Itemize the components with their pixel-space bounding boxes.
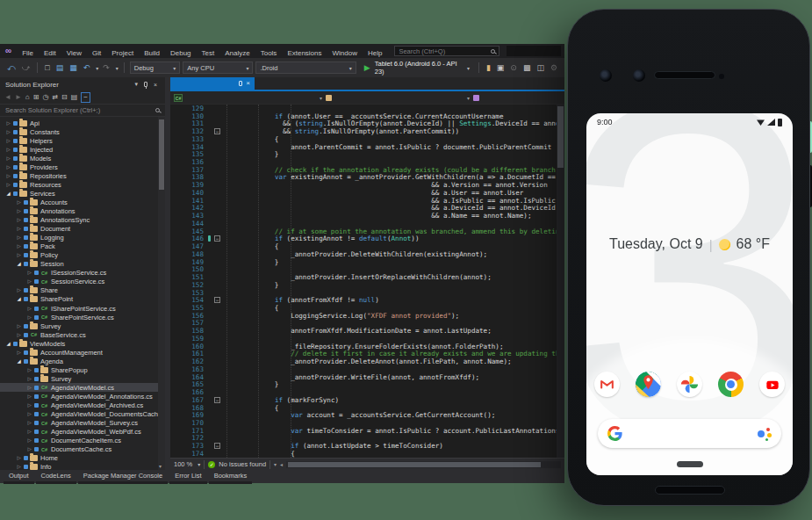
pin-icon[interactable] bbox=[144, 82, 147, 87]
tree-item-documentscache-cs[interactable]: ▷C#DocumentsCache.cs bbox=[0, 445, 165, 454]
chevron-collapsed-icon[interactable]: ▷ bbox=[5, 138, 11, 144]
zoom-tool-icon[interactable]: ⊙ bbox=[508, 61, 519, 74]
youtube-icon[interactable] bbox=[759, 372, 785, 397]
close-icon[interactable]: × bbox=[151, 82, 160, 88]
chevron-collapsed-icon[interactable]: ▷ bbox=[5, 129, 11, 135]
chevron-collapsed-icon[interactable]: ▷ bbox=[16, 323, 22, 329]
tree-item-sharepoint[interactable]: ◢SharePoint bbox=[0, 295, 165, 304]
google-search-bar[interactable] bbox=[598, 419, 781, 448]
chevron-collapsed-icon[interactable]: ▷ bbox=[26, 420, 32, 426]
tree-item-session[interactable]: ◢Session bbox=[0, 260, 165, 269]
startup-project-dropdown[interactable]: .Droid▾ bbox=[255, 61, 356, 74]
google-assistant-icon[interactable] bbox=[758, 427, 772, 441]
menu-item-help[interactable]: Help bbox=[363, 49, 387, 57]
tree-item-repositories[interactable]: ▷Repositories bbox=[0, 171, 165, 180]
chevron-collapsed-icon[interactable]: ▷ bbox=[5, 182, 11, 188]
chevron-expanded-icon[interactable]: ◢ bbox=[16, 261, 22, 267]
tree-item-resources[interactable]: ▷Resources bbox=[0, 180, 165, 189]
start-debugging-button[interactable]: ▶ Tablet 6.0 (Android 6.0 - API 23) ▾ bbox=[359, 61, 473, 74]
navigate-forward-icon[interactable]: ⤻ bbox=[20, 61, 32, 74]
tree-item-helpers[interactable]: ▷Helpers bbox=[0, 136, 165, 145]
menu-item-view[interactable]: View bbox=[61, 49, 87, 57]
tree-item-models[interactable]: ▷Models bbox=[0, 154, 165, 162]
chevron-collapsed-icon[interactable]: ▷ bbox=[16, 235, 22, 241]
at-a-glance-widget[interactable]: Tuesday, Oct 9 | 68 °F bbox=[586, 236, 793, 252]
fold-collapse-icon[interactable]: − bbox=[214, 128, 220, 134]
home-icon[interactable]: ⌂ bbox=[25, 93, 30, 102]
editor-vertical-scrollbar[interactable] bbox=[557, 105, 564, 458]
fold-collapse-icon[interactable]: − bbox=[214, 443, 220, 449]
fold-collapse-icon[interactable]: − bbox=[214, 297, 220, 303]
gmail-icon[interactable] bbox=[594, 372, 620, 397]
fold-collapse-icon[interactable]: − bbox=[214, 397, 220, 403]
scrollbar-thumb[interactable] bbox=[288, 462, 541, 467]
chevron-collapsed-icon[interactable]: ▷ bbox=[5, 120, 11, 126]
maps-icon[interactable] bbox=[636, 372, 661, 397]
tree-item-accounts[interactable]: ▷Accounts bbox=[0, 198, 165, 206]
chevron-collapsed-icon[interactable]: ▷ bbox=[26, 278, 32, 285]
save-icon[interactable]: ▤ bbox=[54, 61, 66, 74]
redo-icon[interactable]: ↷ bbox=[101, 61, 111, 74]
tree-item-annotationssync[interactable]: ▷AnnotationsSync bbox=[0, 216, 165, 225]
chevron-collapsed-icon[interactable]: ▷ bbox=[5, 147, 11, 153]
preview-selected-items-icon[interactable]: − bbox=[81, 92, 90, 103]
chevron-collapsed-icon[interactable]: ▷ bbox=[26, 306, 32, 312]
tree-item-isharepointservice-cs[interactable]: ▷C#ISharePointService.cs bbox=[0, 304, 165, 313]
navigate-back-icon[interactable]: ⤺ bbox=[5, 61, 18, 74]
menu-item-debug[interactable]: Debug bbox=[165, 49, 197, 57]
fold-collapse-icon[interactable]: − bbox=[214, 235, 220, 242]
chevron-collapsed-icon[interactable]: ▷ bbox=[26, 394, 32, 400]
tree-item-baseservice-cs[interactable]: ▷C#BaseService.cs bbox=[0, 330, 165, 339]
tree-item-agenda[interactable]: ◢Agenda bbox=[0, 357, 165, 365]
screenshot-icon[interactable]: ▣ bbox=[495, 61, 507, 74]
chevron-collapsed-icon[interactable]: ▷ bbox=[16, 226, 22, 232]
editor-horizontal-scrollbar[interactable] bbox=[286, 461, 561, 468]
tree-item-accountmanagement[interactable]: ▷AccountManagement bbox=[0, 348, 165, 357]
zoom-level-dropdown[interactable]: 100 % bbox=[174, 460, 192, 468]
tree-item-services[interactable]: ◢Services bbox=[0, 189, 165, 198]
chevron-collapsed-icon[interactable]: ▷ bbox=[16, 243, 22, 249]
close-icon[interactable]: × bbox=[246, 80, 250, 87]
chevron-collapsed-icon[interactable]: ▷ bbox=[26, 446, 32, 452]
undo-icon[interactable]: ↶ bbox=[82, 61, 92, 74]
scrollbar-thumb[interactable] bbox=[557, 106, 564, 168]
solution-tree-scrollbar[interactable]: ▾ bbox=[158, 117, 165, 470]
device-log-icon[interactable]: ▩ bbox=[521, 61, 533, 74]
chevron-collapsed-icon[interactable]: ▷ bbox=[16, 455, 22, 461]
pending-changes-icon[interactable]: ◷ bbox=[42, 93, 48, 102]
menu-item-test[interactable]: Test bbox=[197, 49, 220, 57]
chevron-expanded-icon[interactable]: ◢ bbox=[16, 358, 22, 365]
new-file-icon[interactable]: □ bbox=[43, 61, 51, 74]
tree-item-sharepointservice-cs[interactable]: ▷C#SharePointService.cs bbox=[0, 313, 165, 321]
scroll-down-icon[interactable]: ▾ bbox=[159, 463, 162, 469]
member-dropdown[interactable] bbox=[473, 95, 479, 101]
chevron-collapsed-icon[interactable]: ▷ bbox=[5, 164, 11, 170]
chevron-collapsed-icon[interactable]: ▷ bbox=[16, 199, 22, 206]
bottom-tab-codelens[interactable]: CodeLens bbox=[36, 471, 76, 484]
chevron-collapsed-icon[interactable]: ▷ bbox=[26, 367, 32, 373]
bottom-tab-package-manager-console[interactable]: Package Manager Console bbox=[78, 471, 168, 484]
solution-configuration-dropdown[interactable]: Debug▾ bbox=[130, 61, 180, 74]
tree-item-sessionservice-cs[interactable]: ▷C#SessionService.cs bbox=[0, 278, 165, 286]
tree-item-home[interactable]: ▷Home bbox=[0, 454, 165, 463]
collapse-all-icon[interactable]: ⊟ bbox=[61, 93, 68, 102]
chevron-collapsed-icon[interactable]: ▷ bbox=[26, 376, 32, 382]
tree-item-agendaviewmodel-archived-cs[interactable]: ▷C#AgendaViewModel_Archived.cs bbox=[0, 401, 165, 410]
tree-item-survey[interactable]: ▷Survey bbox=[0, 321, 165, 330]
tree-item-logging[interactable]: ▷Logging bbox=[0, 234, 165, 242]
chevron-collapsed-icon[interactable]: ▷ bbox=[16, 464, 22, 470]
chevron-collapsed-icon[interactable]: ▷ bbox=[26, 314, 32, 321]
menu-item-file[interactable]: File bbox=[17, 49, 39, 57]
menu-item-build[interactable]: Build bbox=[139, 49, 165, 57]
tree-item-survey[interactable]: ▷Survey bbox=[0, 374, 165, 383]
chevron-collapsed-icon[interactable]: ▷ bbox=[26, 385, 32, 391]
chevron-collapsed-icon[interactable]: ▷ bbox=[26, 429, 32, 435]
tree-item-agendaviewmodel-survey-cs[interactable]: ▷C#AgendaViewModel_Survey.cs bbox=[0, 419, 165, 428]
bottom-tab-output[interactable]: Output bbox=[4, 471, 34, 484]
tree-item-providers[interactable]: ▷Providers bbox=[0, 162, 165, 171]
switch-views-icon[interactable]: ⊞ bbox=[33, 93, 40, 102]
menu-item-analyze[interactable]: Analyze bbox=[219, 49, 255, 57]
save-all-icon[interactable]: ▦ bbox=[68, 61, 79, 74]
profiler-icon[interactable]: ⚙ bbox=[549, 61, 559, 74]
scroll-left-icon[interactable]: ◂ bbox=[280, 461, 283, 467]
